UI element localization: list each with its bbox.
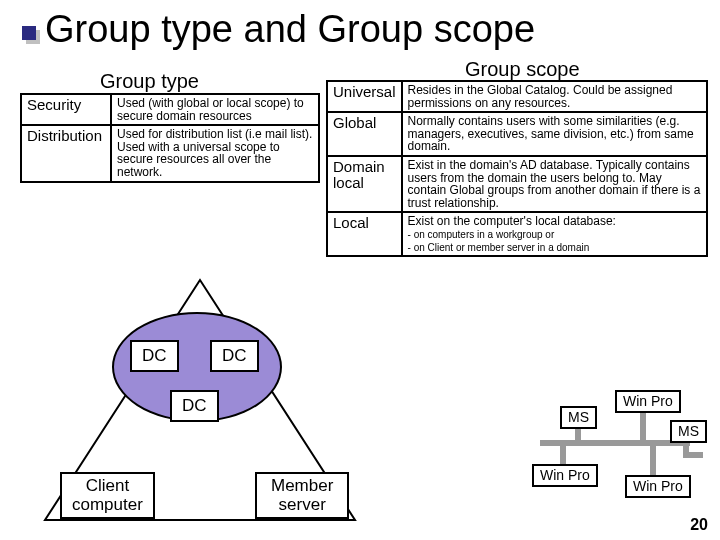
ms-node: MS	[560, 406, 597, 429]
type-desc: Used (with global or local scope) to sec…	[111, 94, 319, 125]
scope-desc-main: Exist on the computer's local database:	[408, 214, 616, 228]
network-segment	[640, 412, 646, 442]
network-segment	[683, 452, 703, 458]
winpro-node: Win Pro	[615, 390, 681, 413]
network-segment	[650, 440, 656, 480]
table-row: Distribution Used for distribution list …	[21, 125, 319, 181]
table-row: Local Exist on the computer's local data…	[327, 212, 707, 256]
scope-desc: Exist on the computer's local database: …	[402, 212, 707, 256]
type-desc: Used for distribution list (i.e mail lis…	[111, 125, 319, 181]
network-diagram: MS Win Pro MS Win Pro Win Pro	[500, 390, 720, 540]
type-name: Security	[21, 94, 111, 125]
dc-box: DC	[170, 390, 219, 422]
scope-desc: Normally contains users with some simila…	[402, 112, 707, 156]
table-row: Global Normally contains users with some…	[327, 112, 707, 156]
group-type-table: Security Used (with global or local scop…	[20, 93, 320, 183]
scope-desc-sub: - on computers in a workgroup or - on Cl…	[408, 229, 590, 253]
page-title: Group type and Group scope	[45, 8, 535, 51]
scope-desc: Exist in the domain's AD database. Typic…	[402, 156, 707, 212]
client-computer-box: Client computer	[60, 472, 155, 519]
table-row: Universal Resides in the Global Catalog.…	[327, 81, 707, 112]
scope-name: Domain local	[327, 156, 402, 212]
scope-name: Local	[327, 212, 402, 256]
group-scope-heading: Group scope	[465, 58, 580, 81]
scope-name: Universal	[327, 81, 402, 112]
domain-diagram: DC DC DC Client computer Member server	[20, 270, 390, 530]
scope-desc: Resides in the Global Catalog. Could be …	[402, 81, 707, 112]
group-scope-table: Universal Resides in the Global Catalog.…	[326, 80, 708, 257]
type-name: Distribution	[21, 125, 111, 181]
dc-box: DC	[130, 340, 179, 372]
member-server-box: Member server	[255, 472, 349, 519]
table-row: Security Used (with global or local scop…	[21, 94, 319, 125]
ms-node: MS	[670, 420, 707, 443]
winpro-node: Win Pro	[625, 475, 691, 498]
scope-name: Global	[327, 112, 402, 156]
winpro-node: Win Pro	[532, 464, 598, 487]
title-bullet	[22, 26, 36, 40]
table-row: Domain local Exist in the domain's AD da…	[327, 156, 707, 212]
page-number: 20	[690, 516, 708, 534]
group-type-heading: Group type	[100, 70, 199, 93]
dc-box: DC	[210, 340, 259, 372]
